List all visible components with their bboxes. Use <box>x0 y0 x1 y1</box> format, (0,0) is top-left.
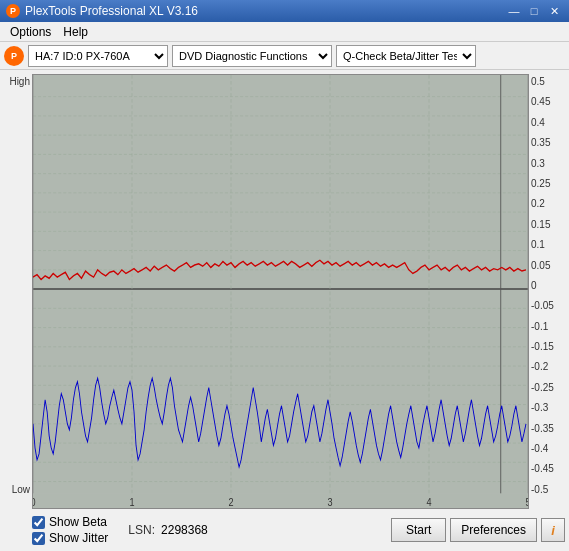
show-beta-label: Show Beta <box>49 515 107 529</box>
y-left-high: High <box>4 76 30 87</box>
function-select[interactable]: DVD Diagnostic Functions <box>172 45 332 67</box>
lsn-area: LSN: 2298368 <box>108 523 207 537</box>
show-jitter-checkbox[interactable] <box>32 532 45 545</box>
device-select[interactable]: HA:7 ID:0 PX-760A <box>28 45 168 67</box>
maximize-button[interactable]: □ <box>525 3 543 19</box>
right-buttons: Start Preferences i <box>391 518 565 542</box>
checkbox-group: Show Beta Show Jitter <box>32 515 108 545</box>
show-beta-checkbox[interactable] <box>32 516 45 529</box>
show-jitter-label: Show Jitter <box>49 531 108 545</box>
svg-text:4: 4 <box>426 496 431 508</box>
close-button[interactable]: ✕ <box>545 3 563 19</box>
lsn-label: LSN: <box>128 523 155 537</box>
test-select[interactable]: Q-Check Beta/Jitter Test <box>336 45 476 67</box>
app-icon: P <box>6 4 20 18</box>
svg-rect-29 <box>33 494 528 508</box>
svg-text:0: 0 <box>33 496 36 508</box>
main-content: High Low <box>0 70 569 551</box>
preferences-button[interactable]: Preferences <box>450 518 537 542</box>
show-beta-row: Show Beta <box>32 515 108 529</box>
svg-text:1: 1 <box>129 496 134 508</box>
lsn-value: 2298368 <box>161 523 208 537</box>
title-bar: P PlexTools Professional XL V3.16 — □ ✕ <box>0 0 569 22</box>
y-label-left: High Low <box>4 74 32 509</box>
chart-canvas: 0 1 2 3 4 5 <box>32 74 529 509</box>
window-controls: — □ ✕ <box>505 3 563 19</box>
minimize-button[interactable]: — <box>505 3 523 19</box>
menu-bar: Options Help <box>0 22 569 42</box>
svg-text:2: 2 <box>228 496 233 508</box>
toolbar-app-icon: P <box>4 46 24 66</box>
toolbar: P HA:7 ID:0 PX-760A DVD Diagnostic Funct… <box>0 42 569 70</box>
show-jitter-row: Show Jitter <box>32 531 108 545</box>
y-label-right: 0.5 0.45 0.4 0.35 0.3 0.25 0.2 0.15 0.1 … <box>529 74 565 509</box>
menu-options[interactable]: Options <box>4 23 57 41</box>
svg-text:5: 5 <box>525 496 528 508</box>
info-button[interactable]: i <box>541 518 565 542</box>
start-button[interactable]: Start <box>391 518 446 542</box>
y-left-low: Low <box>4 484 30 495</box>
window-title: PlexTools Professional XL V3.16 <box>25 4 198 18</box>
chart-area: High Low <box>4 74 565 509</box>
info-icon: i <box>551 523 555 538</box>
menu-help[interactable]: Help <box>57 23 94 41</box>
svg-text:3: 3 <box>327 496 332 508</box>
chart-svg: 0 1 2 3 4 5 <box>33 75 528 508</box>
